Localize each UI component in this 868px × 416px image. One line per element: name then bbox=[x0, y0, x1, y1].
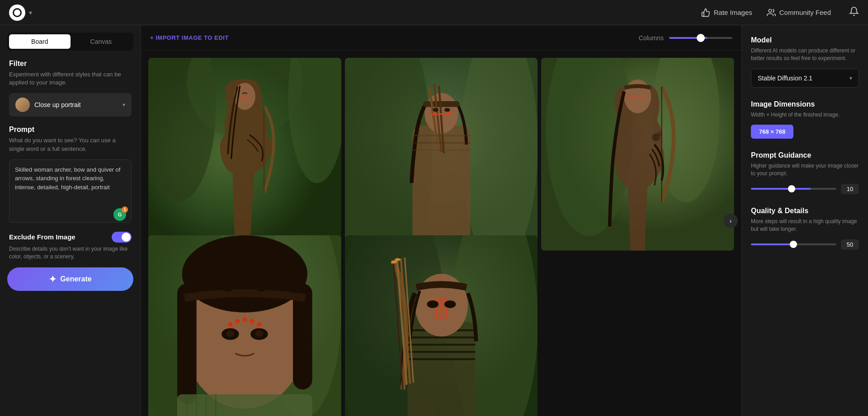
svg-point-23 bbox=[444, 108, 450, 112]
grid-image-5[interactable] bbox=[345, 235, 538, 416]
svg-rect-26 bbox=[412, 150, 470, 151]
exclude-toggle[interactable] bbox=[112, 232, 132, 243]
quality-slider-row: 50 bbox=[751, 239, 859, 250]
guidance-title: Prompt Guidance bbox=[751, 151, 859, 159]
rate-images-button[interactable]: Rate Images bbox=[701, 8, 752, 17]
filter-chevron-icon: ▾ bbox=[123, 102, 125, 108]
dimensions-title: Image Dimensions bbox=[751, 100, 859, 108]
app-logo[interactable] bbox=[9, 5, 25, 21]
svg-point-10 bbox=[245, 96, 247, 98]
generate-label: Generate bbox=[60, 275, 91, 283]
grid-image-4[interactable] bbox=[148, 235, 341, 416]
svg-rect-63 bbox=[407, 344, 475, 346]
svg-rect-64 bbox=[407, 351, 475, 353]
tab-row: Board Canvas bbox=[7, 33, 133, 51]
guidance-desc: Higher guidance will make your image clo… bbox=[751, 162, 859, 178]
svg-rect-39 bbox=[177, 283, 197, 404]
community-feed-button[interactable]: Community Feed bbox=[767, 8, 831, 17]
svg-rect-25 bbox=[412, 142, 470, 144]
topbar: ▾ Rate Images Community Feed bbox=[0, 0, 868, 25]
filter-section: Filter Experiment with different styles … bbox=[0, 51, 141, 117]
svg-rect-24 bbox=[412, 135, 470, 136]
svg-rect-62 bbox=[407, 337, 475, 338]
community-feed-label: Community Feed bbox=[779, 9, 831, 16]
prompt-footer: G 1 bbox=[9, 205, 132, 223]
import-image-button[interactable]: + IMPORT IMAGE TO EDIT bbox=[150, 34, 229, 41]
guidance-value: 10 bbox=[841, 184, 859, 194]
main-layout: Board Canvas Filter Experiment with diff… bbox=[0, 25, 868, 416]
grid-image-3[interactable] bbox=[541, 58, 734, 251]
svg-rect-65 bbox=[407, 358, 475, 360]
community-icon bbox=[767, 8, 776, 17]
model-chevron-icon: ▾ bbox=[849, 75, 852, 81]
topbar-actions: Rate Images Community Feed bbox=[701, 6, 859, 19]
svg-point-8 bbox=[242, 98, 244, 100]
svg-point-38 bbox=[182, 235, 307, 313]
columns-control: Columns bbox=[639, 34, 732, 42]
dimensions-button[interactable]: 768 × 768 bbox=[751, 125, 793, 139]
model-title: Model bbox=[751, 36, 859, 44]
svg-point-43 bbox=[242, 317, 247, 322]
grid-image-1[interactable] bbox=[148, 58, 341, 251]
svg-point-50 bbox=[226, 330, 234, 337]
prompt-desc: What do you want to see? You can use a s… bbox=[9, 136, 132, 153]
center-content: + IMPORT IMAGE TO EDIT Columns bbox=[141, 25, 741, 416]
svg-point-51 bbox=[255, 330, 263, 337]
grid-image-2[interactable] bbox=[345, 58, 538, 251]
bell-icon bbox=[849, 6, 859, 16]
columns-slider[interactable] bbox=[669, 37, 732, 39]
svg-point-71 bbox=[444, 300, 456, 308]
svg-point-41 bbox=[228, 322, 233, 327]
scroll-right-button[interactable]: › bbox=[723, 214, 738, 228]
svg-rect-52 bbox=[177, 394, 312, 416]
filter-avatar bbox=[15, 98, 30, 112]
app-menu-chevron[interactable]: ▾ bbox=[29, 9, 32, 16]
quality-section: Quality & Details More steps will result… bbox=[751, 207, 859, 250]
grammarly-badge: 1 bbox=[122, 206, 128, 213]
exclude-label: Exclude From Image bbox=[9, 233, 75, 241]
quality-value: 50 bbox=[841, 239, 859, 250]
svg-point-7 bbox=[240, 96, 242, 98]
quality-title: Quality & Details bbox=[751, 207, 859, 215]
toggle-knob bbox=[122, 233, 131, 242]
quality-slider[interactable] bbox=[751, 243, 836, 245]
content-topbar: + IMPORT IMAGE TO EDIT Columns bbox=[141, 25, 741, 51]
rate-images-label: Rate Images bbox=[714, 9, 752, 16]
svg-point-33 bbox=[657, 131, 662, 136]
dimensions-desc: Width × Height of the finished image. bbox=[751, 111, 859, 119]
svg-point-42 bbox=[235, 318, 240, 323]
model-select-button[interactable]: Stable Diffusion 2.1 ▾ bbox=[751, 69, 859, 88]
model-section: Model Different AI models can produce di… bbox=[751, 36, 859, 88]
quality-desc: More steps will result in a high quality… bbox=[751, 218, 859, 233]
svg-point-70 bbox=[427, 300, 439, 308]
svg-point-9 bbox=[244, 97, 245, 99]
notifications-button[interactable] bbox=[849, 6, 859, 19]
tab-canvas[interactable]: Canvas bbox=[71, 34, 132, 49]
exclude-desc: Describe details you don't want in your … bbox=[0, 243, 141, 261]
grammarly-icon: G 1 bbox=[113, 208, 126, 221]
generate-button[interactable]: ✦ Generate bbox=[7, 267, 133, 291]
svg-point-13 bbox=[461, 58, 538, 251]
generate-plus-icon: ✦ bbox=[49, 274, 57, 285]
thumbs-up-icon bbox=[701, 8, 710, 17]
right-sidebar: Model Different AI models can produce di… bbox=[741, 25, 868, 416]
svg-point-44 bbox=[250, 318, 255, 323]
filter-desc: Experiment with different styles that ca… bbox=[9, 70, 132, 87]
svg-point-45 bbox=[257, 322, 262, 327]
left-sidebar: Board Canvas Filter Experiment with diff… bbox=[0, 25, 141, 416]
guidance-section: Prompt Guidance Higher guidance will mak… bbox=[751, 151, 859, 194]
content-wrapper: + IMPORT IMAGE TO EDIT Columns bbox=[141, 25, 868, 416]
model-selected-label: Stable Diffusion 2.1 bbox=[758, 75, 812, 82]
tab-board[interactable]: Board bbox=[9, 34, 71, 49]
model-desc: Different AI models can produce differen… bbox=[751, 47, 859, 62]
image-grid bbox=[141, 51, 741, 416]
guidance-slider[interactable] bbox=[751, 188, 836, 190]
filter-select-button[interactable]: Close up portrait ▾ bbox=[9, 93, 132, 117]
prompt-title: Prompt bbox=[9, 126, 132, 134]
prompt-section: Prompt What do you want to see? You can … bbox=[0, 117, 141, 222]
guidance-slider-row: 10 bbox=[751, 184, 859, 194]
dimensions-section: Image Dimensions Width × Height of the f… bbox=[751, 100, 859, 139]
filter-selected-label: Close up portrait bbox=[34, 101, 118, 108]
columns-label: Columns bbox=[639, 34, 664, 42]
filter-title: Filter bbox=[9, 60, 132, 68]
